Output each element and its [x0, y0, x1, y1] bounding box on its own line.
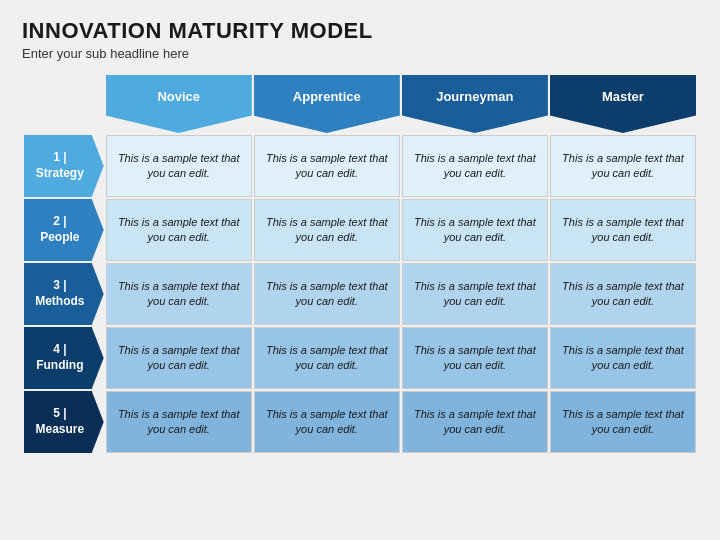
col-header-apprentice: Apprentice [254, 75, 400, 133]
page: INNOVATION MATURITY MODEL Enter your sub… [0, 0, 720, 540]
cell-r2-c3[interactable]: This is a sample text that you can edit. [402, 199, 548, 261]
maturity-table-wrap: Novice Apprentice Journeyman Master 1 | … [22, 73, 698, 455]
table-row: 3 | MethodsThis is a sample text that yo… [24, 263, 696, 325]
cell-r4-c1[interactable]: This is a sample text that you can edit. [106, 327, 252, 389]
col-header-novice: Novice [106, 75, 252, 133]
cell-r1-c2[interactable]: This is a sample text that you can edit. [254, 135, 400, 197]
page-subtitle: Enter your sub headline here [22, 46, 698, 61]
cell-r5-c1[interactable]: This is a sample text that you can edit. [106, 391, 252, 453]
col-header-master: Master [550, 75, 696, 133]
col-header-journeyman: Journeyman [402, 75, 548, 133]
cell-r4-c4[interactable]: This is a sample text that you can edit. [550, 327, 696, 389]
row-label-4: 4 | Funding [24, 327, 104, 389]
cell-r4-c2[interactable]: This is a sample text that you can edit. [254, 327, 400, 389]
cell-r1-c3[interactable]: This is a sample text that you can edit. [402, 135, 548, 197]
row-label-inner-2: 2 | People [24, 199, 104, 261]
row-label-2: 2 | People [24, 199, 104, 261]
table-row: 4 | FundingThis is a sample text that yo… [24, 327, 696, 389]
page-title: INNOVATION MATURITY MODEL [22, 18, 698, 44]
row-label-inner-3: 3 | Methods [24, 263, 104, 325]
table-row: 5 | MeasureThis is a sample text that yo… [24, 391, 696, 453]
cell-r2-c2[interactable]: This is a sample text that you can edit. [254, 199, 400, 261]
cell-r2-c1[interactable]: This is a sample text that you can edit. [106, 199, 252, 261]
cell-r1-c1[interactable]: This is a sample text that you can edit. [106, 135, 252, 197]
table-row: 1 | StrategyThis is a sample text that y… [24, 135, 696, 197]
cell-r2-c4[interactable]: This is a sample text that you can edit. [550, 199, 696, 261]
row-label-inner-1: 1 | Strategy [24, 135, 104, 197]
cell-r4-c3[interactable]: This is a sample text that you can edit. [402, 327, 548, 389]
cell-r3-c4[interactable]: This is a sample text that you can edit. [550, 263, 696, 325]
cell-r5-c3[interactable]: This is a sample text that you can edit. [402, 391, 548, 453]
row-label-inner-4: 4 | Funding [24, 327, 104, 389]
cell-r1-c4[interactable]: This is a sample text that you can edit. [550, 135, 696, 197]
cell-r3-c2[interactable]: This is a sample text that you can edit. [254, 263, 400, 325]
cell-r5-c2[interactable]: This is a sample text that you can edit. [254, 391, 400, 453]
row-label-inner-5: 5 | Measure [24, 391, 104, 453]
cell-r3-c1[interactable]: This is a sample text that you can edit. [106, 263, 252, 325]
table-row: 2 | PeopleThis is a sample text that you… [24, 199, 696, 261]
row-label-1: 1 | Strategy [24, 135, 104, 197]
row-label-3: 3 | Methods [24, 263, 104, 325]
header-spacer [24, 75, 104, 133]
cell-r5-c4[interactable]: This is a sample text that you can edit. [550, 391, 696, 453]
maturity-table: Novice Apprentice Journeyman Master 1 | … [22, 73, 698, 455]
cell-r3-c3[interactable]: This is a sample text that you can edit. [402, 263, 548, 325]
row-label-5: 5 | Measure [24, 391, 104, 453]
